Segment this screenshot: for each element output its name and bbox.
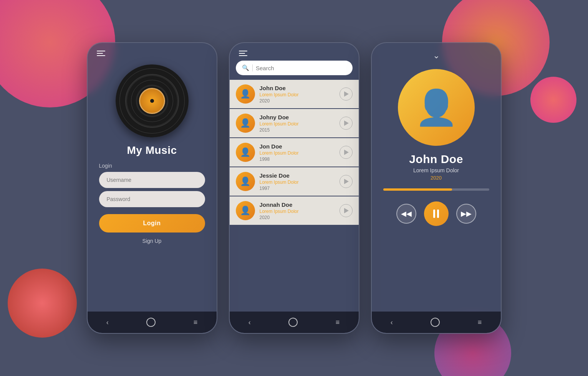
search-bar-wrap: 🔍 (230, 61, 359, 80)
chevron-down-icon[interactable]: ⌄ (433, 51, 440, 61)
player-year: 2020 (431, 175, 442, 181)
screen3-header: ⌄ (372, 43, 501, 65)
track-avatar: 👤 (236, 172, 255, 191)
track-year-4: 2020 (260, 215, 335, 220)
track-year-3: 1997 (260, 186, 335, 191)
login-section-label: Login (99, 163, 112, 169)
track-avatar-icon-4: 👤 (240, 206, 250, 216)
track-avatar-icon-3: 👤 (240, 176, 250, 186)
play-pause-button[interactable] (424, 201, 449, 226)
play-button-0[interactable] (340, 87, 353, 101)
player-artist-name: John Doe (409, 153, 463, 166)
password-input[interactable] (99, 191, 205, 207)
track-subtitle-0: Lorem Ipsum Dolor (260, 92, 335, 97)
skip-prev-icon: ◀◀ (401, 209, 412, 218)
bg-blob-3 (8, 269, 77, 338)
track-avatar-icon-0: 👤 (240, 89, 250, 99)
pause-bar-1 (433, 209, 435, 218)
bg-blob-4 (530, 77, 576, 123)
home-icon[interactable] (146, 318, 156, 327)
menu-nav-icon-2[interactable]: ≡ (336, 318, 340, 327)
home-icon-3[interactable] (431, 318, 440, 327)
track-avatar: 👤 (236, 143, 255, 162)
play-button-1[interactable] (340, 117, 353, 130)
track-name-1: Johny Doe (260, 114, 335, 120)
track-avatar: 👤 (236, 201, 255, 220)
back-icon-3[interactable]: ‹ (391, 318, 393, 327)
track-item[interactable]: 👤 Johny Doe Lorem Ipsum Dolor 2015 (230, 109, 359, 137)
play-button-2[interactable] (340, 146, 353, 159)
track-avatar: 👤 (236, 84, 255, 104)
track-name-0: John Doe (260, 85, 335, 91)
track-subtitle-4: Lorem Ipsum Dolor (260, 209, 335, 214)
signup-link[interactable]: Sign Up (142, 238, 162, 244)
track-year-0: 2020 (260, 98, 335, 104)
search-divider (252, 64, 253, 71)
screen1-nav: ‹ ≡ (88, 312, 217, 333)
play-triangle-1 (344, 120, 349, 126)
play-triangle-0 (344, 91, 349, 97)
screen2-nav: ‹ ≡ (230, 312, 359, 333)
track-info-4: Jonnah Doe Lorem Ipsum Dolor 2020 (260, 201, 335, 220)
track-item[interactable]: 👤 Jonnah Doe Lorem Ipsum Dolor 2020 (230, 196, 359, 225)
search-input[interactable] (256, 65, 346, 71)
track-avatar: 👤 (236, 114, 255, 133)
skip-next-icon: ▶▶ (461, 209, 472, 218)
track-subtitle-3: Lorem Ipsum Dolor (260, 180, 335, 185)
player-screen: ⌄ 👤 John Doe Lorem Ipsum Dolor 2020 ◀◀ ▶… (371, 42, 502, 334)
track-info-0: John Doe Lorem Ipsum Dolor 2020 (260, 85, 335, 104)
track-info-1: Johny Doe Lorem Ipsum Dolor 2015 (260, 114, 335, 133)
track-year-1: 2015 (260, 127, 335, 133)
login-button[interactable]: Login (99, 214, 205, 233)
track-year-2: 1998 (260, 157, 335, 162)
back-icon-2[interactable]: ‹ (248, 318, 251, 327)
screen3-nav: ‹ ≡ (372, 312, 501, 333)
back-icon[interactable]: ‹ (106, 318, 109, 327)
track-subtitle-2: Lorem Ipsum Dolor (260, 150, 335, 156)
player-avatar: 👤 (398, 69, 475, 146)
player-subtitle: Lorem Ipsum Dolor (413, 167, 459, 173)
track-list: 👤 John Doe Lorem Ipsum Dolor 2020 👤 John… (230, 80, 359, 312)
screen2-header (230, 43, 359, 61)
track-subtitle-1: Lorem Ipsum Dolor (260, 121, 335, 127)
play-button-3[interactable] (340, 175, 353, 188)
vinyl-ring-3 (131, 80, 173, 122)
vinyl-record (116, 64, 189, 137)
player-controls: ◀◀ ▶▶ (396, 201, 476, 226)
search-bar: 🔍 (236, 61, 353, 75)
track-item[interactable]: 👤 Jessie Doe Lorem Ipsum Dolor 1997 (230, 167, 359, 196)
app-title: My Music (127, 144, 177, 157)
login-screen: My Music Login Login Sign Up ‹ ≡ (87, 42, 217, 334)
progress-bar (383, 188, 489, 191)
search-icon: 🔍 (242, 64, 249, 71)
screen3-content: 👤 John Doe Lorem Ipsum Dolor 2020 ◀◀ ▶▶ (372, 65, 501, 312)
progress-fill (383, 188, 452, 191)
play-triangle-3 (344, 179, 349, 184)
track-name-2: Jon Doe (260, 143, 335, 150)
track-item[interactable]: 👤 John Doe Lorem Ipsum Dolor 2020 (230, 80, 359, 108)
menu-nav-icon-3[interactable]: ≡ (478, 318, 482, 327)
play-button-4[interactable] (340, 204, 353, 217)
username-input[interactable] (99, 172, 205, 188)
menu-icon-2[interactable] (239, 51, 247, 56)
track-avatar-icon-2: 👤 (240, 147, 250, 157)
track-name-4: Jonnah Doe (260, 201, 335, 208)
play-triangle-2 (344, 150, 349, 155)
screen1-header (88, 43, 217, 61)
player-avatar-icon: 👤 (415, 87, 458, 128)
screen1-content: My Music Login Login Sign Up (88, 61, 217, 312)
next-button[interactable]: ▶▶ (456, 204, 476, 224)
search-screen: 🔍 👤 John Doe Lorem Ipsum Dolor 2020 👤 Jo… (229, 42, 359, 334)
track-item[interactable]: 👤 Jon Doe Lorem Ipsum Dolor 1998 (230, 138, 359, 167)
pause-icon (433, 209, 439, 218)
prev-button[interactable]: ◀◀ (396, 204, 416, 224)
track-avatar-icon-1: 👤 (240, 118, 250, 128)
home-icon-2[interactable] (288, 318, 298, 327)
play-triangle-4 (344, 208, 349, 213)
menu-nav-icon[interactable]: ≡ (194, 318, 198, 327)
track-info-3: Jessie Doe Lorem Ipsum Dolor 1997 (260, 172, 335, 191)
screen2-content: 🔍 👤 John Doe Lorem Ipsum Dolor 2020 👤 Jo… (230, 61, 359, 312)
track-info-2: Jon Doe Lorem Ipsum Dolor 1998 (260, 143, 335, 162)
menu-icon[interactable] (97, 51, 105, 56)
track-name-3: Jessie Doe (260, 172, 335, 179)
